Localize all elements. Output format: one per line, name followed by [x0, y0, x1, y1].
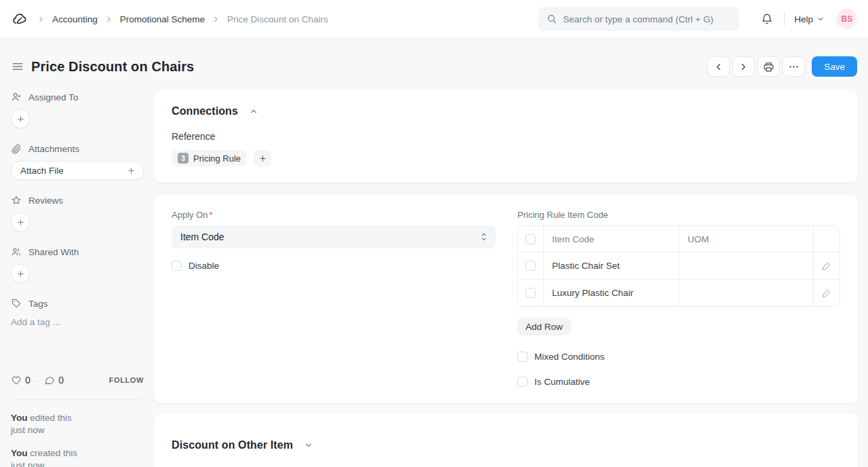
user-plus-icon: [11, 92, 22, 102]
shared-with-section: Shared With: [11, 246, 144, 257]
assigned-to-section: Assigned To: [11, 92, 144, 102]
edit-row-icon[interactable]: [819, 286, 834, 301]
chevron-down-icon: [304, 441, 313, 450]
select-chevrons-icon: [480, 232, 488, 242]
disable-checkbox-row[interactable]: Disable: [172, 261, 496, 271]
table-header-row: Item Code UOM: [518, 226, 840, 252]
add-pricing-rule-button[interactable]: [254, 150, 271, 166]
cell-item-code[interactable]: Luxury Plastic Chair: [544, 280, 679, 306]
tags-label: Tags: [28, 299, 48, 309]
likes-count: 0: [25, 375, 31, 386]
follow-button[interactable]: FOLLOW: [109, 376, 144, 384]
discount-section-toggle[interactable]: Discount on Other Item: [172, 439, 840, 451]
reviews-section: Reviews: [11, 195, 144, 206]
apply-on-value: Item Code: [180, 231, 224, 242]
table-row: Luxury Plastic Chair: [518, 279, 840, 306]
previous-document-button[interactable]: [707, 56, 730, 77]
chevron-up-icon: [249, 107, 258, 116]
connections-title: Connections: [172, 105, 238, 117]
add-tag-input[interactable]: Add a tag ...: [11, 317, 144, 327]
connections-section-toggle[interactable]: Connections: [172, 105, 840, 117]
breadcrumb-promotional-scheme[interactable]: Promotional Scheme: [120, 14, 205, 24]
heart-icon[interactable]: [11, 375, 22, 386]
table-label: Pricing Rule Item Code: [517, 210, 840, 220]
form-sidebar: Assigned To Attachments Attach File: [11, 78, 144, 467]
cell-uom[interactable]: [679, 253, 814, 279]
reference-links: 3 Pricing Rule: [172, 150, 840, 166]
disable-checkbox[interactable]: [172, 261, 182, 271]
print-button[interactable]: [757, 56, 780, 77]
pricing-rule-label: Pricing Rule: [193, 153, 241, 164]
assigned-to-label: Assigned To: [28, 92, 78, 102]
navbar-divider: [784, 12, 785, 26]
breadcrumb-separator-icon: [104, 15, 113, 24]
help-label: Help: [794, 14, 813, 24]
avatar-initials: BS: [841, 14, 852, 24]
is-cumulative-checkbox[interactable]: [517, 377, 528, 387]
disable-label: Disable: [189, 261, 219, 271]
breadcrumb-accounting[interactable]: Accounting: [52, 14, 98, 24]
row-checkbox[interactable]: [526, 288, 536, 298]
activity-actor: You: [11, 448, 28, 458]
attach-file-label: Attach File: [20, 166, 64, 176]
breadcrumb-separator-icon: [212, 15, 220, 24]
pricing-rule-link[interactable]: 3 Pricing Rule: [172, 150, 247, 166]
add-review-button[interactable]: [11, 212, 30, 231]
layout: Assigned To Attachments Attach File: [0, 78, 868, 467]
activity-entry: You created this just now: [11, 447, 144, 467]
comments-count: 0: [58, 375, 64, 386]
help-menu[interactable]: Help: [794, 14, 825, 24]
page-head: Price Discount on Chairs Save: [0, 39, 868, 78]
discount-on-other-item-card: Discount on Other Item: [154, 413, 858, 467]
page-actions: Save: [707, 56, 857, 77]
mixed-conditions-checkbox-row[interactable]: Mixed Conditions: [517, 352, 840, 362]
row-checkbox[interactable]: [526, 261, 536, 271]
cell-item-code[interactable]: Plastic Chair Set: [544, 253, 679, 279]
pricing-rule-count-badge: 3: [178, 153, 189, 164]
app-logo-icon[interactable]: [11, 10, 28, 28]
save-button[interactable]: Save: [812, 56, 857, 77]
edit-row-icon[interactable]: [819, 259, 834, 274]
form-main: Connections Reference 3 Pricing Rule: [154, 78, 858, 467]
attach-file-button[interactable]: Attach File: [11, 161, 144, 180]
is-cumulative-label: Is Cumulative: [534, 377, 590, 387]
connections-card: Connections Reference 3 Pricing Rule: [154, 90, 858, 183]
breadcrumb-separator-icon: [37, 15, 45, 24]
breadcrumb-current: Price Discount on Chairs: [227, 14, 328, 24]
activity-entry: You edited this just now: [11, 412, 144, 436]
add-share-button[interactable]: [11, 264, 30, 283]
column-header-uom[interactable]: UOM: [679, 226, 814, 252]
tag-icon: [11, 298, 22, 309]
column-header-item-code[interactable]: Item Code: [544, 226, 679, 252]
activity-time: just now: [11, 460, 45, 467]
notifications-bell-icon[interactable]: [757, 9, 777, 29]
add-assignment-button[interactable]: [11, 109, 30, 128]
select-all-checkbox[interactable]: [526, 234, 536, 244]
social-row: 0 · 0 FOLLOW: [11, 375, 144, 386]
reviews-label: Reviews: [28, 195, 63, 206]
comment-icon[interactable]: [44, 375, 55, 386]
add-row-button[interactable]: Add Row: [517, 318, 571, 335]
reference-label: Reference: [172, 131, 840, 142]
users-icon: [11, 246, 22, 257]
activity-action: created this: [30, 448, 77, 458]
apply-on-field-label: Apply On*: [172, 210, 496, 220]
mixed-conditions-checkbox[interactable]: [517, 352, 528, 362]
apply-on-card: Apply On* Item Code Disable Pricing Ru: [154, 195, 858, 403]
global-search-input[interactable]: Search or type a command (Ctrl + G): [538, 7, 739, 31]
menu-ellipsis-button[interactable]: [783, 56, 805, 77]
user-avatar[interactable]: BS: [837, 9, 857, 29]
activity-time: just now: [11, 425, 45, 435]
table-row: Plastic Chair Set: [518, 252, 840, 279]
next-document-button[interactable]: [732, 56, 755, 77]
apply-on-select[interactable]: Item Code: [172, 225, 496, 248]
pricing-rule-item-code-table: Item Code UOM Plastic Chair Set: [517, 225, 840, 307]
mixed-conditions-label: Mixed Conditions: [534, 352, 605, 362]
discount-section-title: Discount on Other Item: [172, 439, 293, 451]
cell-uom[interactable]: [679, 280, 814, 306]
paperclip-icon: [11, 143, 22, 154]
plus-icon: [127, 166, 136, 175]
breadcrumb: Accounting Promotional Scheme Price Disc…: [11, 10, 328, 28]
is-cumulative-checkbox-row[interactable]: Is Cumulative: [517, 377, 840, 387]
sidebar-toggle-icon[interactable]: [11, 60, 24, 73]
